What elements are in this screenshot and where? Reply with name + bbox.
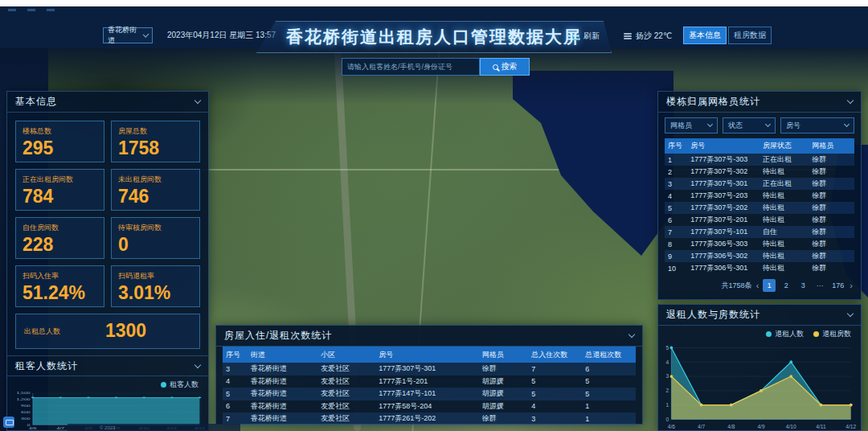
table-row[interactable]: 21777弄307号-302待出租徐群	[665, 166, 854, 178]
filter-dropdown-3[interactable]: 房号	[780, 117, 854, 133]
table-cell: 徐群	[809, 239, 854, 249]
stat-label: 待审核房间数	[118, 223, 193, 233]
svg-text:4/12: 4/12	[845, 424, 856, 429]
table-cell: 友爱社区	[317, 376, 375, 387]
prev-page-button[interactable]: ‹	[756, 281, 760, 290]
stat-value: 295	[23, 138, 97, 158]
table-row[interactable]: 3香花桥街道友爱社区1777弄307号-301徐群76	[223, 363, 636, 376]
dust-weather-icon	[624, 32, 632, 41]
page-button-2[interactable]: 2	[780, 279, 792, 292]
table-row[interactable]: 6香花桥街道友爱社区1777弄58号-204胡源媛41	[223, 400, 636, 413]
table-cell: 香花桥街道	[248, 413, 317, 424]
stat-label: 楼栋总数	[23, 126, 97, 137]
svg-text:3: 3	[666, 373, 669, 379]
legend-item: 退租人数	[766, 329, 804, 339]
refresh-button[interactable]: 刷新	[572, 31, 600, 42]
svg-text:4/7: 4/7	[57, 427, 65, 430]
table-row[interactable]: 61777弄307号-201待出租徐群	[665, 214, 854, 226]
region-select[interactable]: 香花桥街道	[103, 27, 153, 43]
table-cell: 5	[223, 390, 248, 398]
table-cell: 待出租	[760, 203, 809, 213]
page-button-3[interactable]: 3	[796, 279, 809, 292]
occupancy-stats-panel: 房屋入住/退租次数统计 序号街道小区房号网格员总入住次数总退租次数3香花桥街道友…	[215, 325, 643, 425]
svg-text:4/6: 4/6	[668, 424, 676, 429]
column-header: 街道	[248, 350, 317, 360]
svg-text:600: 600	[21, 411, 30, 414]
table-cell: 3	[528, 415, 582, 423]
svg-text:4: 4	[666, 359, 669, 365]
table-row[interactable]: 4香花桥街道友爱社区1777弄1号-201胡源媛55	[223, 376, 636, 388]
stat-label: 房屋总数	[118, 126, 193, 137]
column-header: 网格员	[809, 141, 854, 151]
column-header: 网格员	[479, 350, 529, 360]
filter-dropdown-2[interactable]: 状态	[723, 117, 776, 133]
tab-1[interactable]: 租房数据	[728, 27, 772, 44]
table-cell: 正在出租	[760, 154, 809, 165]
chevron-down-icon[interactable]	[194, 361, 201, 367]
filter-dropdown-1[interactable]: 网格员	[665, 117, 718, 133]
svg-text:5: 5	[666, 345, 669, 351]
page-button-1[interactable]: 1	[763, 279, 776, 292]
table-row[interactable]: 31777弄307号-301正在出租徐群	[665, 178, 854, 190]
refresh-label: 刷新	[583, 31, 600, 42]
table-cell: 8	[665, 240, 687, 248]
page-button-176[interactable]: 176	[830, 279, 845, 292]
table-row[interactable]: 51777弄307号-202待出租徐群	[665, 202, 854, 214]
table-cell: 徐群	[479, 363, 529, 374]
chevron-down-icon[interactable]	[847, 97, 854, 104]
basic-info-panel: 基本信息 楼栋总数295房屋总数1758正在出租房间数784未出租房间数746自…	[6, 91, 209, 431]
table-cell: 1777弄306号-301	[687, 263, 760, 273]
table-cell: 6	[582, 365, 636, 373]
next-page-button[interactable]: ›	[850, 281, 853, 290]
table-cell: 4	[223, 377, 248, 385]
table-row[interactable]: 5香花桥街道友爱社区1777弄147号-101胡源媛55	[223, 388, 636, 400]
header-tabs: 基本信息租房数据	[683, 27, 772, 44]
stat-card: 楼栋总数295	[15, 121, 104, 162]
table-cell: 2	[665, 168, 687, 176]
table-cell: 7	[665, 228, 687, 236]
table-cell: 友爱社区	[317, 413, 375, 424]
table-row[interactable]: 101777弄306号-301待出租徐群	[665, 262, 854, 274]
search-button[interactable]: 搜索	[480, 58, 530, 76]
map-widget-icon[interactable]	[3, 417, 14, 428]
tab-0[interactable]: 基本信息	[683, 27, 727, 44]
filter-label: 网格员	[670, 121, 692, 131]
grid-worker-title: 楼栋归属网格员统计	[666, 95, 760, 109]
table-cell: 9	[665, 252, 687, 261]
total-tenants-label: 出租总人数	[24, 326, 60, 337]
svg-text:4/9: 4/9	[757, 424, 765, 429]
table-row[interactable]: 71777弄307号-101自住徐群	[665, 226, 854, 238]
table-cell: 1777弄58号-204	[375, 401, 479, 412]
chevron-down-icon[interactable]	[194, 97, 201, 104]
column-header: 序号	[223, 350, 248, 360]
grid-worker-panel: 楼栋归属网格员统计 网格员状态房号 序号房号房屋状态网格员11777弄307号-…	[657, 91, 862, 300]
chevron-down-icon[interactable]	[628, 331, 635, 338]
table-cell: 5	[528, 377, 582, 385]
table-cell: 友爱社区	[317, 363, 375, 374]
table-cell: 徐群	[809, 215, 854, 225]
table-cell: 7	[223, 415, 248, 423]
checkout-chart-title: 退租人数与房数统计	[666, 308, 760, 322]
table-header-row: 序号街道小区房号网格员总入住次数总退租次数	[223, 347, 636, 363]
checkout-chart-legend: 退租人数退租房数	[658, 326, 861, 339]
table-cell: 1777弄307号-303	[687, 154, 760, 165]
stat-value: 1758	[118, 138, 193, 158]
table-row[interactable]: 91777弄306号-302待出租徐群	[665, 250, 854, 262]
chevron-down-icon[interactable]	[847, 310, 854, 317]
table-cell: 徐群	[809, 203, 854, 213]
svg-text:0: 0	[27, 423, 31, 426]
table-row[interactable]: 81777弄306号-303待出租徐群	[665, 238, 854, 250]
table-row[interactable]: 11777弄307号-303正在出租徐群	[665, 154, 854, 166]
table-cell: 1777弄307号-202	[687, 203, 760, 213]
legend-dot	[766, 331, 772, 337]
table-row[interactable]: 7香花桥街道友爱社区1777弄261号-202徐群31	[223, 413, 636, 425]
table-cell: 香花桥街道	[248, 388, 317, 399]
table-cell: 6	[223, 402, 248, 410]
dashboard-root: 香花桥街道 2023年04月12日 星期三 13:57 香花桥街道出租房人口管理…	[0, 6, 868, 431]
weather-label: 扬沙 22℃	[636, 31, 672, 42]
table-cell: 待出租	[760, 239, 809, 249]
table-row[interactable]: 41777弄307号-203待出租徐群	[665, 190, 854, 202]
legend-dot	[161, 382, 166, 388]
table-header-row: 序号房号房屋状态网格员	[665, 138, 854, 154]
search-input[interactable]	[342, 58, 480, 76]
